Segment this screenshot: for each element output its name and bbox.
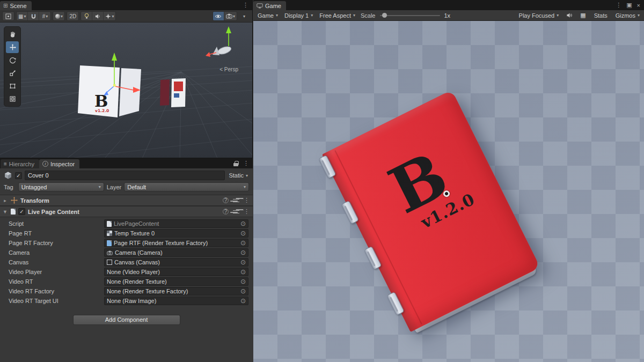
scene-visibility-button[interactable]	[213, 12, 224, 20]
persp-gizmo-label[interactable]: < Persp	[219, 67, 238, 72]
object-field[interactable]: Canvas (Canvas) ⊙	[104, 258, 248, 267]
object-picker-icon[interactable]: ⊙	[239, 278, 247, 285]
gameobject-name-field[interactable]	[25, 171, 225, 180]
audio-toggle-button[interactable]	[92, 12, 104, 20]
move-icon	[9, 44, 16, 51]
scene-tabbar: ⊞ Scene ⋮	[0, 0, 252, 10]
help-icon[interactable]: ?	[223, 209, 229, 215]
stats-toggle-button[interactable]: Stats	[592, 12, 609, 19]
object-field[interactable]: Camera (Camera) ⊙	[104, 248, 248, 257]
tag-dropdown[interactable]: Untagged ▾	[18, 182, 104, 191]
static-label: Static	[229, 172, 244, 179]
scale-slider[interactable]	[380, 15, 440, 16]
foldout-arrow-icon[interactable]: ▼	[2, 209, 8, 215]
object-field[interactable]: Temp Texture 0 ⊙	[104, 229, 248, 238]
object-field[interactable]: None (Render Texture Factory) ⊙	[104, 287, 248, 295]
component-menu-icon[interactable]: ⋮	[244, 197, 250, 204]
active-checkbox[interactable]: ✓	[15, 172, 22, 179]
tab-inspector[interactable]: i Inspector	[39, 159, 79, 168]
book-render: B v1.2.0	[322, 90, 540, 333]
camera-settings-button[interactable]: ▾	[224, 12, 237, 20]
snap-settings-button[interactable]	[28, 12, 39, 20]
object-picker-icon[interactable]: ⊙	[239, 288, 247, 294]
help-icon[interactable]: ?	[223, 197, 229, 203]
object-picker-icon[interactable]: ⊙	[239, 220, 247, 227]
move-tool-button[interactable]	[6, 41, 19, 53]
shaded-sphere-icon	[55, 14, 60, 19]
static-dropdown[interactable]: Static ▾	[228, 172, 249, 179]
transform-title: Transform	[20, 197, 49, 204]
tool-settings-button[interactable]	[3, 12, 14, 20]
game-mode-dropdown[interactable]: Game ▾	[257, 12, 279, 19]
property-row-video-rt-factory: Video RT Factory None (Render Texture Fa…	[0, 286, 253, 296]
object-picker-icon[interactable]: ⊙	[239, 298, 247, 304]
maximize-icon[interactable]: ▣	[626, 2, 632, 9]
tab-hierarchy[interactable]: ≡ Hierarchy	[1, 159, 39, 168]
scene-render: B v1.2.0	[0, 23, 252, 158]
object-picker-icon[interactable]: ⊙	[239, 230, 247, 237]
scene-tab-label: Scene	[10, 3, 26, 9]
game-mode-value: Game	[258, 12, 274, 19]
gizmos-dropdown[interactable]: Gizmos ▾	[614, 12, 641, 19]
foldout-arrow-icon[interactable]: ▸	[2, 198, 8, 203]
scale-slider-knob[interactable]	[382, 13, 387, 18]
scene-panel: ⊞ Scene ⋮ ▦ ▾	[0, 0, 252, 158]
object-field[interactable]: Page RTF (Render Texture Factory) ⊙	[104, 239, 248, 247]
scene-panel-menu-icon[interactable]: ⋮	[243, 2, 248, 9]
scale-tool-button[interactable]	[6, 67, 19, 79]
view-tool-button[interactable]	[6, 28, 19, 40]
hierarchy-tab-icon: ≡	[4, 161, 7, 167]
mute-audio-button[interactable]	[565, 12, 574, 18]
grid-snapping-button[interactable]: # ▾	[39, 12, 50, 20]
property-row-video-rt: Video RT None (Render Texture) ⊙	[0, 277, 253, 286]
layer-dropdown[interactable]: Default ▾	[124, 182, 249, 191]
object-value: Page RTF (Render Texture Factory)	[114, 240, 237, 246]
display-value: Display 1	[284, 12, 309, 19]
tab-game[interactable]: Game	[253, 1, 286, 10]
grid-snap-icon: #	[42, 13, 46, 19]
2d-toggle-button[interactable]: 2D	[67, 12, 78, 20]
rect-tool-button[interactable]	[6, 80, 19, 92]
transform-tool-button[interactable]	[6, 93, 19, 105]
tag-layer-row: Tag Untagged ▾ Layer Default ▾	[0, 182, 253, 195]
lock-icon[interactable]	[233, 161, 238, 166]
grid-visibility-button[interactable]: ▦ ▾	[17, 12, 28, 20]
chevron-down-icon: ▾	[246, 173, 248, 178]
lighting-toggle-button[interactable]	[81, 12, 92, 20]
close-icon[interactable]: ×	[637, 2, 640, 9]
tab-scene[interactable]: ⊞ Scene	[0, 1, 32, 10]
play-focused-value: Play Focused	[519, 12, 555, 19]
transform-component-header[interactable]: ▸ Transform ? ⋮	[0, 195, 253, 206]
object-picker-icon[interactable]: ⊙	[239, 259, 247, 265]
object-field[interactable]: None (Render Texture) ⊙	[104, 277, 248, 286]
scene-toolbar-overflow-button[interactable]: ▾	[239, 12, 250, 20]
preset-icon[interactable]	[233, 198, 239, 203]
rotate-tool-button[interactable]	[6, 54, 19, 66]
scene-viewport[interactable]: B v1.2.0	[0, 23, 252, 158]
preset-icon[interactable]	[233, 209, 239, 215]
game-viewport[interactable]: B v1.2.0	[253, 21, 644, 362]
grid-options-button[interactable]: ▦	[579, 12, 587, 19]
property-label: Video Player	[9, 269, 104, 275]
inspector-panel-menu-icon[interactable]: ⋮	[243, 160, 249, 167]
object-field[interactable]: None (Video Player) ⊙	[104, 268, 248, 276]
add-component-button[interactable]: Add Component	[73, 315, 180, 325]
aspect-ratio-dropdown[interactable]: Free Aspect ▾	[318, 12, 356, 19]
shading-mode-button[interactable]: ▾	[53, 12, 64, 20]
live-page-content-header[interactable]: ▼ ✓ Live Page Content ? ⋮	[0, 206, 253, 217]
component-enabled-checkbox[interactable]: ✓	[18, 208, 25, 215]
play-focused-dropdown[interactable]: Play Focused ▾	[518, 12, 560, 19]
object-field[interactable]: None (Raw Image) ⊙	[104, 297, 248, 305]
effects-button[interactable]: ▾	[104, 12, 115, 20]
object-picker-icon[interactable]: ⊙	[239, 249, 247, 256]
game-panel-menu-icon[interactable]: ⋮	[616, 2, 621, 9]
object-value: Camera (Camera)	[115, 249, 237, 256]
object-picker-icon[interactable]: ⊙	[239, 269, 247, 275]
chevron-down-icon: ▾	[243, 14, 245, 19]
gameobject-cube-icon[interactable]	[4, 171, 12, 180]
component-menu-icon[interactable]: ⋮	[244, 208, 250, 215]
camera-icon	[107, 250, 113, 255]
display-dropdown[interactable]: Display 1 ▾	[283, 12, 314, 19]
object-picker-icon[interactable]: ⊙	[239, 240, 247, 246]
object-field[interactable]: LivePageContent ⊙	[104, 219, 248, 228]
